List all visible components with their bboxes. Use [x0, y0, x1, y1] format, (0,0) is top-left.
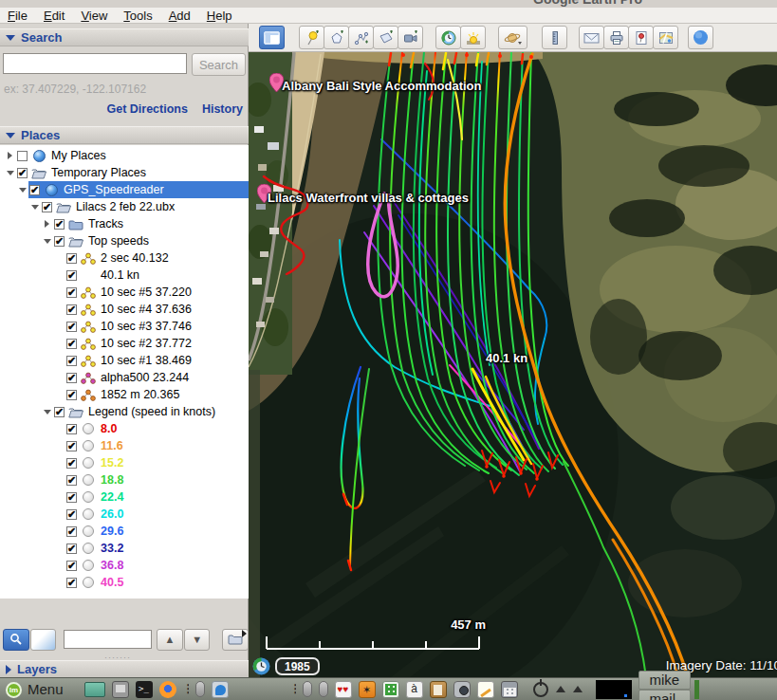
add-polygon-button[interactable]: [324, 26, 349, 49]
checkbox[interactable]: ✔: [66, 458, 77, 469]
expander-icon[interactable]: [4, 171, 16, 175]
tree-item[interactable]: ✔10 sec #4 37.636: [0, 301, 249, 318]
tree-item[interactable]: ✔10 sec #1 38.469: [0, 352, 249, 369]
historical-time-icon[interactable]: [252, 657, 270, 675]
collapse-triangle-icon[interactable]: [6, 133, 15, 138]
tree-item[interactable]: ✔22.4: [0, 488, 249, 506]
add-image-overlay-button[interactable]: [373, 26, 398, 49]
tree-item[interactable]: ✔18.8: [0, 471, 249, 488]
menu-view[interactable]: View: [81, 9, 107, 23]
checkbox[interactable]: ✔: [66, 390, 77, 400]
placemark-label[interactable]: Albany Bali Style Accommodation: [282, 79, 481, 93]
expand-triangle-icon[interactable]: [6, 665, 11, 674]
tree-item[interactable]: ✔Legend (speed in knots): [0, 403, 249, 420]
tree-item[interactable]: ✔10 sec #3 37.746: [0, 318, 249, 335]
checkbox[interactable]: ✔: [66, 287, 77, 298]
tree-item[interactable]: ✔1852 m 20.365: [0, 386, 249, 403]
expander-icon[interactable]: [16, 188, 28, 193]
add-path-button[interactable]: [348, 26, 374, 49]
book-icon[interactable]: [430, 680, 447, 696]
layers-panel-header[interactable]: Layers: [0, 660, 249, 678]
minesweeper-icon[interactable]: ✶: [359, 680, 376, 696]
places-filter-input[interactable]: [64, 630, 152, 649]
checkbox[interactable]: ✔: [66, 578, 77, 588]
taskbar-window-mike[interactable]: mike: [638, 671, 692, 690]
checkbox[interactable]: ✔: [66, 339, 77, 349]
checkbox[interactable]: ✔: [66, 492, 77, 503]
record-tour-button[interactable]: [398, 26, 423, 49]
checkbox[interactable]: ✔: [42, 202, 52, 212]
dots-icon[interactable]: ⋮: [290, 680, 296, 696]
collapse-triangle-icon[interactable]: [6, 35, 15, 41]
notes-icon[interactable]: [477, 680, 494, 696]
sidebar-toggle-button[interactable]: [259, 26, 285, 49]
checkbox[interactable]: ✔: [66, 561, 77, 571]
launcher-icon[interactable]: [195, 680, 205, 696]
cards-icon[interactable]: ♥♥: [335, 680, 352, 696]
tree-item[interactable]: ✔10 sec #5 37.220: [0, 284, 249, 301]
grid-icon[interactable]: [382, 680, 399, 696]
menu-tools[interactable]: Tools: [123, 9, 152, 23]
menu-help[interactable]: Help: [207, 9, 232, 23]
thunderbird-icon[interactable]: [212, 680, 229, 696]
checkbox[interactable]: ✔: [54, 219, 65, 230]
checkbox[interactable]: ✔: [66, 322, 77, 332]
checkbox[interactable]: ✔: [66, 509, 77, 520]
map-viewport[interactable]: Albany Bali Style Accommodation Lilacs W…: [249, 52, 777, 677]
tree-item[interactable]: ✔26.0: [0, 506, 249, 523]
expander-icon[interactable]: [4, 152, 16, 159]
tree-item[interactable]: ✔Tracks: [0, 215, 249, 232]
tree-item[interactable]: ✔10 sec #2 37.772: [0, 335, 249, 352]
checkbox[interactable]: ✔: [29, 185, 40, 195]
tree-item[interactable]: ✔11.6: [0, 437, 249, 454]
folder-actions-button[interactable]: [222, 629, 249, 651]
up-arrow-icon[interactable]: [573, 686, 583, 692]
tree-item[interactable]: ✔2 sec 40.132: [0, 249, 249, 267]
power-icon[interactable]: [533, 682, 548, 697]
camera-icon[interactable]: [453, 680, 471, 696]
checkbox[interactable]: ✔: [66, 441, 77, 451]
save-image-button[interactable]: [628, 26, 654, 49]
tree-item[interactable]: ✔36.8: [0, 557, 249, 574]
checkbox[interactable]: ✔: [54, 236, 65, 247]
char-icon[interactable]: à: [406, 680, 423, 696]
calculator-icon[interactable]: [501, 680, 518, 696]
expander-icon[interactable]: [41, 410, 53, 414]
view-in-maps-button[interactable]: [653, 26, 678, 49]
tree-item[interactable]: ✔Lilacs 2 feb 22.ubx: [0, 198, 249, 215]
checkbox[interactable]: ✔: [66, 543, 77, 554]
print-button[interactable]: [603, 26, 629, 49]
terminal-icon[interactable]: >_: [136, 680, 153, 696]
tree-item[interactable]: ✔Top speeds: [0, 232, 249, 249]
taskbar-window-mail[interactable]: mail: [638, 690, 692, 700]
get-directions-link[interactable]: Get Directions: [106, 102, 187, 116]
search-input[interactable]: [3, 53, 187, 74]
planets-button[interactable]: [498, 26, 527, 49]
checkbox[interactable]: ✔: [17, 168, 28, 178]
imagery-year-chip[interactable]: 1985: [275, 657, 320, 675]
search-panel-header[interactable]: Search: [0, 28, 249, 46]
tree-item[interactable]: ✔40.5: [0, 574, 249, 591]
tree-item[interactable]: My Places: [0, 147, 249, 164]
window-preview[interactable]: [596, 680, 632, 699]
tree-item[interactable]: ✔33.2: [0, 540, 249, 557]
display-icon[interactable]: [112, 680, 129, 696]
search-places-button[interactable]: [3, 629, 29, 651]
ruler-button[interactable]: [542, 26, 567, 49]
launcher-icon[interactable]: [319, 680, 328, 696]
tree-item[interactable]: ✔8.0: [0, 420, 249, 437]
earth-globe-button[interactable]: [688, 26, 713, 49]
tree-item[interactable]: ✔GPS_Speedreader: [0, 181, 249, 198]
checkbox[interactable]: ✔: [54, 407, 65, 417]
menu-edit[interactable]: Edit: [44, 9, 65, 23]
checkbox[interactable]: ✔: [66, 475, 77, 486]
mint-menu-button[interactable]: lm Menu: [0, 678, 69, 700]
search-button[interactable]: Search: [192, 53, 246, 76]
tree-item[interactable]: ✔29.6: [0, 523, 249, 540]
expander-icon[interactable]: [28, 205, 41, 210]
expander-icon[interactable]: [41, 239, 53, 244]
email-button[interactable]: [579, 26, 604, 49]
dots-icon[interactable]: ⋮: [183, 680, 189, 696]
tree-item[interactable]: ✔15.2: [0, 454, 249, 471]
placemark-label[interactable]: Lilacs Waterfront villas & cottages: [268, 191, 469, 205]
